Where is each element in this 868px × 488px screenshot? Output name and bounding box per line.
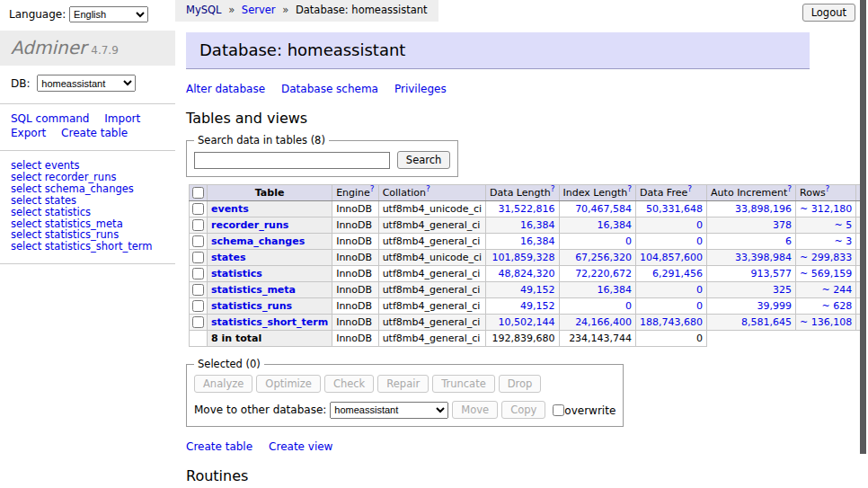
language-select[interactable]: English xyxy=(69,6,148,22)
table-link-statistics-runs[interactable]: statistics_runs xyxy=(211,300,292,312)
collation-cell: utf8mb4_general_ci xyxy=(378,217,485,234)
truncate-button[interactable]: Truncate xyxy=(432,375,495,393)
sidebar-action-sql-command[interactable]: SQL command xyxy=(11,112,89,125)
table-link-statistics-short-term[interactable]: statistics_short_term xyxy=(211,316,328,328)
copy-button[interactable]: Copy xyxy=(501,401,545,419)
data-free-link[interactable]: 50,331,648 xyxy=(646,203,703,215)
auto-increment-link[interactable]: 39,999 xyxy=(757,300,793,312)
select-statistics-short-term-link[interactable]: select xyxy=(11,240,41,253)
data-length-link[interactable]: 16,384 xyxy=(520,219,555,231)
auto-increment-link[interactable]: 325 xyxy=(773,284,792,296)
index-length-link[interactable]: 70,467,584 xyxy=(575,203,632,215)
help-link[interactable]: ? xyxy=(687,184,692,193)
auto-increment-link[interactable]: 8,581,645 xyxy=(741,316,792,328)
auto-increment-link[interactable]: 33,398,984 xyxy=(735,252,792,263)
data-free-link[interactable]: 0 xyxy=(696,235,703,247)
help-link[interactable]: ? xyxy=(787,184,792,193)
help-link[interactable]: ? xyxy=(826,184,830,193)
rows-cell: ~ 3 xyxy=(796,234,856,250)
row-checkbox-statistics[interactable] xyxy=(192,268,204,279)
alter-database-link[interactable]: Alter database xyxy=(186,83,265,95)
auto-increment-cell: 39,999 xyxy=(707,298,796,315)
rows-link[interactable]: ~ 628 xyxy=(821,300,852,312)
row-checkbox-states[interactable] xyxy=(192,252,204,263)
auto-increment-link[interactable]: 6 xyxy=(785,235,792,247)
rows-link[interactable]: ~ 136,108 xyxy=(800,316,852,328)
data-length-link[interactable]: 101,859,328 xyxy=(492,252,555,263)
data-free-cell: 0 xyxy=(636,234,707,250)
auto-increment-link[interactable]: 913,577 xyxy=(751,268,793,279)
data-length-link[interactable]: 49,152 xyxy=(520,300,555,312)
index-length-link[interactable]: 24,166,400 xyxy=(575,316,632,328)
rows-link[interactable]: ~ 299,833 xyxy=(800,252,852,263)
table-link-schema-changes[interactable]: schema_changes xyxy=(211,235,305,247)
help-link[interactable]: ? xyxy=(370,184,375,193)
data-length-link[interactable]: 48,824,320 xyxy=(499,268,555,279)
row-checkbox-recorder-runs[interactable] xyxy=(192,219,204,231)
rows-link[interactable]: ~ 569,159 xyxy=(800,268,852,279)
index-length-link[interactable]: 72,220,672 xyxy=(575,268,632,279)
auto-increment-link[interactable]: 378 xyxy=(773,219,792,231)
vertical-scrollbar[interactable] xyxy=(860,0,868,488)
row-checkbox-statistics-short-term[interactable] xyxy=(192,316,204,328)
table-link-statistics[interactable]: statistics xyxy=(211,268,262,279)
data-length-link[interactable]: 16,384 xyxy=(520,235,555,247)
rows-link[interactable]: ~ 3 xyxy=(834,235,852,247)
sidebar-action-create-table[interactable]: Create table xyxy=(61,127,128,139)
rows-link[interactable]: ~ 5 xyxy=(834,219,852,231)
help-link[interactable]: ? xyxy=(426,184,430,193)
privileges-link[interactable]: Privileges xyxy=(394,83,447,95)
move-database-select[interactable]: homeassistant xyxy=(330,402,448,419)
table-link-statistics-meta[interactable]: statistics_meta xyxy=(211,284,296,296)
data-length-cell: 49,152 xyxy=(486,282,559,298)
sidebar-action-export[interactable]: Export xyxy=(11,127,46,139)
data-free-link[interactable]: 0 xyxy=(696,284,703,296)
index-length-link[interactable]: 0 xyxy=(625,235,632,247)
auto-increment-link[interactable]: 33,898,196 xyxy=(735,203,792,215)
data-length-link[interactable]: 49,152 xyxy=(520,284,555,296)
rows-link[interactable]: ~ 244 xyxy=(821,284,852,296)
breadcrumb-server-link[interactable]: Server xyxy=(242,4,276,16)
data-free-link[interactable]: 188,743,680 xyxy=(640,316,703,328)
sidebar-action-import[interactable]: Import xyxy=(104,112,140,125)
create-table-link[interactable]: Create table xyxy=(186,440,252,453)
optimize-button[interactable]: Optimize xyxy=(256,375,321,393)
table-link-states[interactable]: states xyxy=(211,252,246,263)
logout-button[interactable]: Logout xyxy=(802,4,855,22)
db-select[interactable]: homeassistant xyxy=(37,75,136,92)
table-header-row: TableEngine?Collation?Data Length?Index … xyxy=(190,185,868,201)
rows-link[interactable]: ~ 312,180 xyxy=(800,203,852,215)
help-link[interactable]: ? xyxy=(551,184,555,193)
search-button[interactable]: Search xyxy=(397,151,451,169)
repair-button[interactable]: Repair xyxy=(377,375,429,393)
data-free-link[interactable]: 104,857,600 xyxy=(640,252,703,263)
row-checkbox-schema-changes[interactable] xyxy=(192,235,204,247)
data-free-link[interactable]: 0 xyxy=(696,219,703,231)
index-length-link[interactable]: 0 xyxy=(625,300,632,312)
row-checkbox-statistics-meta[interactable] xyxy=(192,284,204,296)
breadcrumb-mysql-link[interactable]: MySQL xyxy=(186,4,222,16)
row-checkbox-statistics-runs[interactable] xyxy=(192,300,204,312)
overwrite-checkbox[interactable] xyxy=(553,404,564,416)
move-button[interactable]: Move xyxy=(452,401,498,419)
select-all-checkbox[interactable] xyxy=(192,187,204,199)
table-link-recorder-runs[interactable]: recorder_runs xyxy=(211,219,288,231)
sidebar-table-statistics-short-term[interactable]: statistics_short_term xyxy=(45,240,153,253)
index-length-link[interactable]: 16,384 xyxy=(598,284,633,296)
help-link[interactable]: ? xyxy=(627,184,632,193)
search-input[interactable] xyxy=(194,152,390,169)
data-free-link[interactable]: 6,291,456 xyxy=(652,268,703,279)
index-length-link[interactable]: 67,256,320 xyxy=(575,252,632,263)
index-length-link[interactable]: 16,384 xyxy=(598,219,633,231)
analyze-button[interactable]: Analyze xyxy=(194,375,252,393)
data-length-link[interactable]: 31,522,816 xyxy=(499,203,555,215)
row-checkbox-events[interactable] xyxy=(192,203,204,215)
scrollbar-thumb[interactable] xyxy=(860,0,866,454)
data-free-link[interactable]: 0 xyxy=(696,300,703,312)
drop-button[interactable]: Drop xyxy=(499,375,542,393)
table-link-events[interactable]: events xyxy=(211,203,249,215)
data-length-link[interactable]: 10,502,144 xyxy=(499,316,555,328)
check-button[interactable]: Check xyxy=(324,375,374,393)
create-view-link[interactable]: Create view xyxy=(269,440,332,453)
database-schema-link[interactable]: Database schema xyxy=(281,83,378,95)
